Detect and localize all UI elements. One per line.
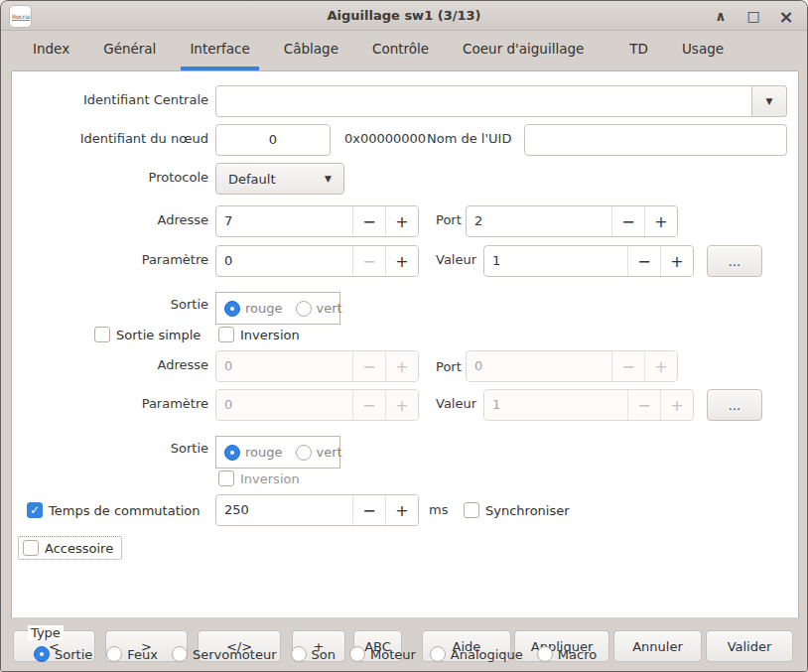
identifiant-centrale-label: Identifiant Centrale xyxy=(12,92,217,107)
adresse2-value: 0 xyxy=(216,351,352,381)
sortie2-rouge-label: rouge xyxy=(245,445,283,460)
type-option-sortie[interactable]: Sortie xyxy=(34,646,92,662)
parametre1-plus-icon[interactable]: + xyxy=(385,246,418,276)
adresse1-value[interactable]: 7 xyxy=(216,206,352,236)
valeur1-value[interactable]: 1 xyxy=(484,246,627,276)
chevron-down-icon: ▼ xyxy=(325,174,332,184)
sortie2-radio-group: rouge vert xyxy=(215,436,340,469)
port2-minus-icon: − xyxy=(611,351,644,381)
maximize-icon[interactable]: □ xyxy=(742,5,764,27)
type-option-analogique[interactable]: Analogique xyxy=(430,646,523,662)
parametre2-spinbox: 0 − + xyxy=(215,389,419,421)
nom-uid-label: Nom de l'UID xyxy=(427,131,511,146)
identifiant-noeud-input[interactable]: 0 xyxy=(215,124,331,156)
protocole-select[interactable]: Default ▼ xyxy=(215,163,344,195)
valeur1-spinbox: 1 − + xyxy=(483,245,694,277)
parametre1-spinbox: 0 − + xyxy=(215,245,419,277)
inversion1-checkbox[interactable]: Inversion xyxy=(218,327,300,342)
chevron-down-icon: ▼ xyxy=(766,96,773,106)
identifiant-centrale-dropdown-button[interactable]: ▼ xyxy=(752,85,787,117)
temps-minus-icon[interactable]: − xyxy=(352,495,385,525)
sortie1-label: Sortie xyxy=(12,297,217,312)
identifiant-noeud-label: Identifiant du nœud xyxy=(12,131,217,146)
type-option-son[interactable]: Son xyxy=(291,646,336,662)
temps-commutation-spinbox: 250 − + xyxy=(215,494,419,526)
checkbox-icon[interactable] xyxy=(218,327,234,342)
interface-tab-panel: Identifiant Centrale ▼ Identifiant du nœ… xyxy=(11,70,799,619)
sortie-simple-checkbox[interactable]: Sortie simple xyxy=(94,327,201,342)
sortie1-vert-radio[interactable] xyxy=(296,301,312,317)
tab-bar: Index Général Interface Câblage Contrôle… xyxy=(2,32,806,70)
tab-td[interactable]: TD xyxy=(620,32,657,70)
port1-value[interactable]: 2 xyxy=(467,206,611,236)
valeur2-value: 1 xyxy=(484,390,627,420)
type-option-servomoteur[interactable]: Servomoteur xyxy=(172,646,277,662)
valeur2-browse-button[interactable]: ... xyxy=(707,389,762,421)
temps-commutation-checkbox[interactable]: ✓ Temps de commutation xyxy=(27,502,201,518)
ok-button[interactable]: Valider xyxy=(706,630,793,662)
valeur1-label: Valeur xyxy=(436,252,476,267)
identifiant-centrale-input[interactable] xyxy=(215,85,752,117)
type-option-macro[interactable]: Macro xyxy=(537,646,597,662)
adresse2-plus-icon: + xyxy=(385,351,418,381)
valeur1-minus-icon[interactable]: − xyxy=(627,246,660,276)
sortie2-vert-radio[interactable] xyxy=(296,445,312,461)
sortie2-label: Sortie xyxy=(12,441,217,456)
radio-icon[interactable] xyxy=(172,646,188,662)
radio-selected-icon[interactable] xyxy=(34,646,50,662)
type-option-moteur[interactable]: Moteur xyxy=(349,646,416,662)
parametre1-value[interactable]: 0 xyxy=(216,246,352,276)
checkbox-checked-icon[interactable]: ✓ xyxy=(27,502,43,518)
sortie2-rouge-radio[interactable] xyxy=(224,445,240,461)
sortie-simple-label: Sortie simple xyxy=(116,328,201,342)
temps-commutation-value[interactable]: 250 xyxy=(216,495,352,525)
sortie1-rouge-radio[interactable] xyxy=(224,301,240,317)
tab-coeur-aiguillage[interactable]: Coeur d'aiguillage xyxy=(454,32,593,70)
noeud-hex-value: 0x00000000 xyxy=(344,131,426,146)
cancel-button[interactable]: Annuler xyxy=(613,630,702,662)
parametre2-label: Paramètre xyxy=(12,396,217,411)
adresse1-label: Adresse xyxy=(12,212,217,227)
title-bar[interactable]: Rocrail Aiguillage sw1 (3/13) ∧ □ × xyxy=(1,1,807,31)
checkbox-icon[interactable] xyxy=(94,327,110,342)
type-option-feux[interactable]: Feux xyxy=(106,646,158,662)
tab-controle[interactable]: Contrôle xyxy=(363,32,438,70)
synchroniser-checkbox[interactable]: Synchroniser xyxy=(464,502,570,518)
dialog-window: Rocrail Aiguillage sw1 (3/13) ∧ □ × Inde… xyxy=(0,0,808,672)
radio-icon[interactable] xyxy=(430,646,446,662)
port1-plus-icon[interactable]: + xyxy=(644,206,677,236)
accessoire-checkbox[interactable]: Accessoire xyxy=(18,536,122,560)
tab-index[interactable]: Index xyxy=(24,32,78,70)
tab-general[interactable]: Général xyxy=(94,32,165,70)
temps-commutation-label: Temps de commutation xyxy=(49,503,201,518)
valeur2-plus-icon: + xyxy=(660,390,693,420)
adresse1-minus-icon[interactable]: − xyxy=(352,206,385,236)
port1-minus-icon[interactable]: − xyxy=(611,206,644,236)
checkbox-icon[interactable] xyxy=(23,540,39,556)
tab-usage[interactable]: Usage xyxy=(673,32,733,70)
checkbox-icon[interactable] xyxy=(464,502,479,518)
port2-plus-icon: + xyxy=(644,351,677,381)
valeur1-browse-button[interactable]: ... xyxy=(707,245,762,277)
tab-interface[interactable]: Interface xyxy=(181,32,258,70)
type-legend: Type xyxy=(28,625,64,640)
valeur2-minus-icon: − xyxy=(627,390,660,420)
close-icon[interactable]: × xyxy=(775,5,797,27)
protocole-selected-value: Default xyxy=(228,172,311,187)
adresse2-spinbox: 0 − + xyxy=(215,350,419,382)
radio-icon[interactable] xyxy=(106,646,122,662)
tab-cablage[interactable]: Câblage xyxy=(275,32,347,70)
valeur1-plus-icon[interactable]: + xyxy=(660,246,693,276)
parametre1-minus-icon[interactable]: − xyxy=(352,246,385,276)
adresse1-plus-icon[interactable]: + xyxy=(385,206,418,236)
sortie2-vert-label: vert xyxy=(317,445,342,460)
radio-icon[interactable] xyxy=(349,646,365,662)
shade-icon[interactable]: ∧ xyxy=(710,5,732,27)
sortie1-radio-group: rouge vert xyxy=(215,292,340,325)
temps-plus-icon[interactable]: + xyxy=(385,495,418,525)
sortie1-vert-label: vert xyxy=(317,301,342,316)
nom-uid-input[interactable] xyxy=(524,124,787,156)
radio-icon[interactable] xyxy=(291,646,307,662)
radio-icon[interactable] xyxy=(537,646,553,662)
synchroniser-label: Synchroniser xyxy=(485,503,570,518)
